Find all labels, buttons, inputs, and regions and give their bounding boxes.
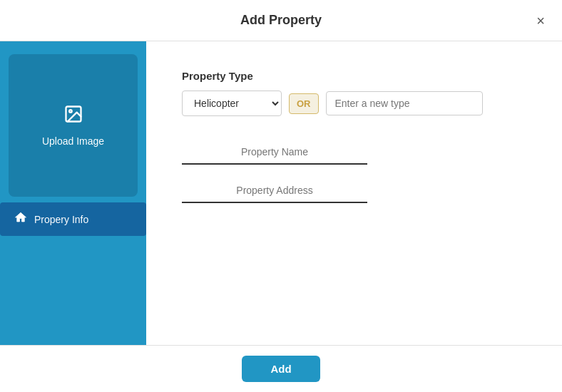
modal-body: Upload Image Propery Info Property Typ <box>0 41 562 345</box>
property-address-input[interactable] <box>182 179 367 203</box>
property-type-section: Property Type Helicopter House Apartment… <box>182 70 526 116</box>
sidebar-item-propery-info[interactable]: Propery Info <box>0 202 146 236</box>
sidebar-fill <box>0 236 146 345</box>
home-icon <box>14 211 27 227</box>
property-type-select[interactable]: Helicopter House Apartment Office <box>182 91 282 116</box>
close-button[interactable]: × <box>533 11 548 31</box>
sidebar-nav-label: Propery Info <box>34 214 88 225</box>
upload-label: Upload Image <box>42 135 104 147</box>
modal: Add Property × Upload Image <box>0 0 562 392</box>
sidebar: Upload Image Propery Info <box>0 41 146 345</box>
property-name-input[interactable] <box>182 140 367 165</box>
modal-title: Add Property <box>240 13 322 28</box>
modal-header: Add Property × <box>0 0 562 41</box>
content-area: Property Type Helicopter House Apartment… <box>146 41 562 345</box>
upload-icon <box>63 104 83 128</box>
add-button[interactable]: Add <box>242 356 320 382</box>
new-type-input[interactable] <box>326 91 483 115</box>
property-type-label: Property Type <box>182 70 526 82</box>
modal-footer: Add <box>0 345 562 392</box>
modal-overlay: Add Property × Upload Image <box>0 0 562 392</box>
fields-section <box>182 140 526 217</box>
type-row: Helicopter House Apartment Office OR <box>182 91 526 116</box>
upload-image-area[interactable]: Upload Image <box>9 54 138 197</box>
or-badge: OR <box>289 93 319 114</box>
svg-point-1 <box>69 110 72 113</box>
